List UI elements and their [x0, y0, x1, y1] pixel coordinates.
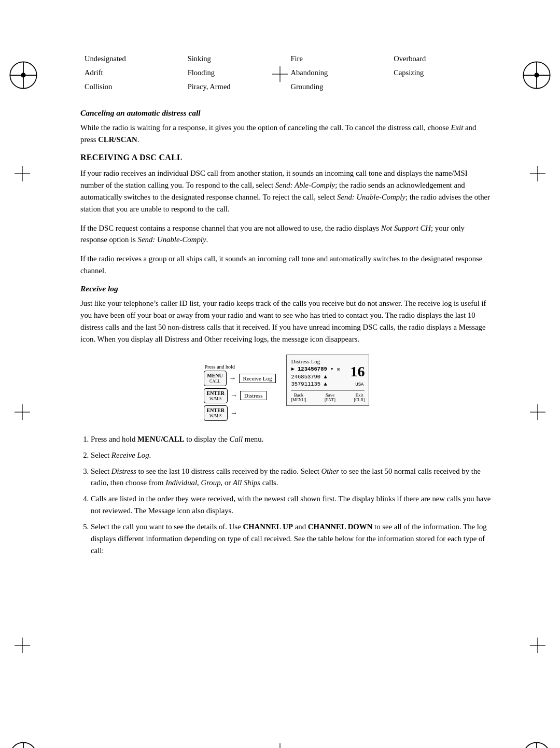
canceling-title: Canceling an automatic distress call: [80, 108, 493, 118]
canceling-body: While the radio is waiting for a respons…: [80, 122, 493, 146]
table-cell-adrift: Adrift: [80, 66, 184, 80]
usa-label: USA: [355, 382, 363, 387]
corner-mark-bl: [5, 738, 41, 748]
step-4: Calls are listed in the order they were …: [91, 493, 493, 517]
table-cell-fire: Fire: [287, 52, 390, 66]
edge-mark-left-top: [15, 166, 30, 184]
table-cell-grounding: Grounding: [287, 80, 390, 94]
table-cell-undesignated: Undesignated: [80, 52, 184, 66]
edge-mark-right-bot: [530, 638, 545, 655]
receiving-para3: If the radio receives a group or all shi…: [80, 253, 493, 277]
table-cell-empty: [389, 80, 493, 94]
edge-mark-right-mid: [530, 404, 545, 422]
table-cell-abandoning: Abandoning: [287, 66, 390, 80]
steps-list: Press and hold MENU/CALL to display the …: [91, 433, 493, 557]
press-hold-label: Press and hold: [205, 364, 235, 370]
step-2: Select Receive Log.: [91, 449, 493, 461]
receive-log-title: Receive log: [80, 284, 493, 293]
channel-number: 16: [350, 364, 365, 379]
enter-button-1: ENTER W/M.S: [204, 388, 228, 404]
arrow-3: →: [230, 410, 237, 417]
edge-mark-bottom: [272, 743, 288, 748]
receiving-para1: If your radio receives an individual DSC…: [80, 167, 493, 215]
receiving-para2: If the DSC request contains a response c…: [80, 222, 493, 246]
edge-mark-left-mid: [15, 404, 30, 422]
edge-mark-right-top: [530, 166, 545, 184]
corner-mark-tr: [519, 57, 555, 93]
step-5: Select the call you want to see the deta…: [91, 521, 493, 557]
edge-mark-left-bot: [15, 638, 30, 655]
flow-row-3: ENTER W/M.S →: [204, 405, 240, 421]
main-content: Undesignated Sinking Fire Overboard Adri…: [80, 52, 493, 557]
corner-mark-tl: [5, 57, 41, 93]
flow-row-1: MENU CALL → Receive Log: [204, 371, 276, 386]
page: Undesignated Sinking Fire Overboard Adri…: [0, 52, 560, 748]
flow-diagram: Press and hold MENU CALL → Receive Log: [204, 364, 276, 423]
menu-call-button: MENU CALL: [204, 371, 227, 386]
corner-mark-br: [519, 738, 555, 748]
table-cell-piracy: Piracy, Armed: [184, 80, 287, 94]
screen-display: Distress Log ► 123456789 ▾ ✉ 246853790 ▲…: [286, 355, 369, 406]
step-1: Press and hold MENU/CALL to display the …: [91, 433, 493, 445]
step-3: Select Distress to see the last 10 distr…: [91, 465, 493, 489]
diagram-container: Press and hold MENU CALL → Receive Log: [204, 355, 370, 423]
arrow-2: →: [230, 392, 237, 399]
diagram-area: Press and hold MENU CALL → Receive Log: [80, 355, 493, 423]
screen-footer: Back [MENU] Save [ENT] Exit [CLR]: [291, 390, 365, 402]
edge-mark-top: [272, 66, 288, 84]
table-cell-flooding: Flooding: [184, 66, 287, 80]
table-cell-sinking: Sinking: [184, 52, 287, 66]
footer-exit: Exit [CLR]: [354, 392, 365, 402]
table-cell-overboard: Overboard: [389, 52, 493, 66]
footer-back: Back [MENU]: [291, 392, 306, 402]
table-cell-collision: Collision: [80, 80, 184, 94]
receive-log-body: Just like your telephone’s caller ID lis…: [80, 298, 493, 345]
screen-row-3: 357911135 ▲: [291, 380, 365, 388]
receive-log-label: Receive Log: [239, 374, 276, 383]
distress-label: Distress: [240, 391, 267, 400]
table-cell-capsizing: Capsizing: [389, 66, 493, 80]
footer-save: Save [ENT]: [325, 392, 335, 402]
flow-row-2: ENTER W/M.S → Distress: [204, 388, 267, 404]
enter-button-2: ENTER W/M.S: [204, 405, 228, 421]
arrow-1: →: [229, 375, 236, 382]
receiving-title: RECEIVING A DSC CALL: [80, 153, 493, 162]
